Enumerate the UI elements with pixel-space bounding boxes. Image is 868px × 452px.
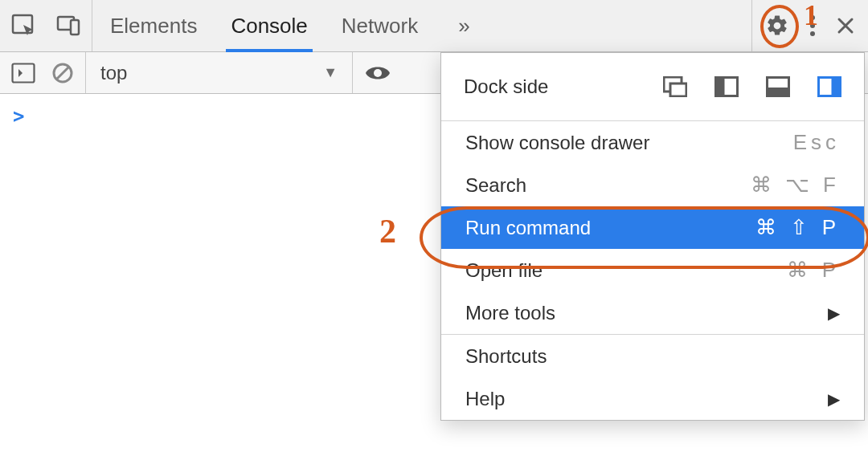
svg-rect-14	[768, 88, 789, 96]
menu-item-label: Shortcuts	[465, 345, 547, 368]
chevron-right-icon: ▶	[828, 389, 840, 409]
dock-right-icon[interactable]	[817, 76, 841, 97]
dock-undock-icon[interactable]	[663, 76, 687, 97]
menu-more-tools[interactable]: More tools ▶	[441, 291, 864, 334]
menu-item-label: Show console drawer	[465, 132, 649, 154]
console-toolbar-left	[0, 52, 86, 93]
svg-point-4	[810, 23, 815, 28]
annotation-label-2: 2	[379, 212, 396, 250]
svg-rect-6	[13, 63, 35, 82]
tabbar-left-controls	[0, 0, 92, 51]
svg-point-8	[374, 69, 382, 77]
dock-left-icon[interactable]	[714, 76, 739, 97]
dock-bottom-icon[interactable]	[766, 76, 790, 97]
menu-item-shortcut: ⌘ ⇧ P	[755, 215, 840, 240]
menu-show-console-drawer[interactable]: Show console drawer Esc	[441, 121, 864, 164]
menu-open-file[interactable]: Open file ⌘ P	[441, 249, 864, 291]
svg-rect-2	[71, 20, 79, 35]
chevron-right-icon: ▶	[828, 303, 840, 323]
sidebar-toggle-icon[interactable]	[11, 63, 35, 83]
menu-item-label: Search	[465, 174, 526, 197]
context-selector-label: top	[100, 62, 127, 84]
menu-item-shortcut: ⌘ P	[787, 258, 840, 283]
gear-icon[interactable]	[765, 14, 789, 38]
menu-item-label: Help	[465, 388, 505, 410]
context-selector[interactable]: top ▼	[86, 52, 353, 93]
console-prompt: >	[13, 105, 24, 128]
menu-help[interactable]: Help ▶	[441, 377, 864, 420]
caret-down-icon: ▼	[323, 64, 338, 81]
svg-point-5	[810, 31, 815, 36]
menu-item-label: Open file	[465, 259, 542, 282]
menu-item-label: Run command	[465, 217, 591, 239]
menu-item-label: More tools	[465, 302, 555, 324]
menu-item-shortcut: Esc	[793, 130, 840, 155]
console-toolbar-rest	[353, 52, 403, 93]
tab-network[interactable]: Network	[342, 0, 418, 51]
close-icon[interactable]	[836, 16, 855, 35]
more-vert-icon[interactable]	[809, 14, 817, 37]
dock-options	[663, 76, 841, 97]
clear-console-icon[interactable]	[51, 62, 74, 84]
dock-side-row: Dock side	[441, 53, 864, 120]
menu-shortcuts[interactable]: Shortcuts	[441, 335, 864, 377]
dock-side-label: Dock side	[464, 75, 548, 98]
svg-rect-12	[716, 78, 725, 96]
inspect-element-icon[interactable]	[11, 14, 37, 38]
devtools-tabbar: Elements Console Network »	[0, 0, 868, 52]
svg-point-3	[810, 15, 815, 20]
tab-overflow-icon[interactable]: »	[458, 14, 469, 39]
menu-search[interactable]: Search ⌘ ⌥ F	[441, 164, 864, 206]
svg-rect-16	[832, 78, 841, 96]
tab-elements[interactable]: Elements	[110, 0, 197, 51]
menu-run-command[interactable]: Run command ⌘ ⇧ P	[441, 206, 864, 249]
live-expression-icon[interactable]	[364, 63, 391, 83]
menu-item-shortcut: ⌘ ⌥ F	[751, 173, 840, 197]
tabbar-right-controls	[751, 0, 868, 51]
device-toolbar-icon[interactable]	[56, 14, 80, 38]
tab-console[interactable]: Console	[231, 0, 307, 51]
svg-rect-10	[670, 83, 686, 96]
overflow-menu: Dock side	[440, 52, 865, 421]
tabbar-tabs: Elements Console Network »	[92, 0, 751, 51]
